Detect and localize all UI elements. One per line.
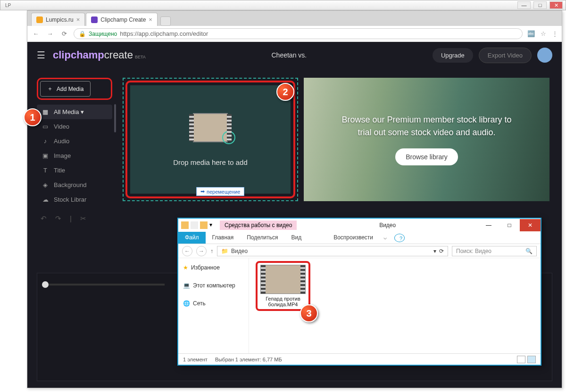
ribbon-context-label: Средства работы с видео bbox=[220, 220, 297, 230]
title-icon: T bbox=[42, 167, 49, 174]
nav-this-pc[interactable]: 💻Этот компьютер bbox=[181, 280, 246, 291]
view-switcher bbox=[517, 356, 536, 363]
menu-icon[interactable]: ⋮ bbox=[552, 30, 558, 37]
sidebar-item-image[interactable]: ▣Image bbox=[37, 148, 112, 163]
star-icon: ★ bbox=[183, 264, 188, 271]
breadcrumb[interactable]: 📁 Видео ▾ ⟳ bbox=[217, 246, 448, 256]
nav-network[interactable]: 🌐Сеть bbox=[181, 298, 246, 309]
sidebar-item-stock[interactable]: ☁Stock Librar bbox=[37, 192, 112, 207]
browser-tab-lumpics[interactable]: Lumpics.ru × bbox=[31, 13, 85, 26]
folder-icon[interactable] bbox=[181, 221, 189, 229]
reload-button[interactable]: ⟳ bbox=[59, 30, 69, 37]
view-details-button[interactable] bbox=[517, 356, 525, 363]
chevron-down-icon[interactable]: ▾ bbox=[433, 248, 436, 254]
sidebar-item-audio[interactable]: ♪Audio bbox=[37, 134, 112, 148]
slider-knob[interactable] bbox=[42, 281, 49, 288]
refresh-icon[interactable]: ⟳ bbox=[439, 248, 444, 254]
view-icons-button[interactable] bbox=[527, 356, 536, 363]
explorer-back-button[interactable]: ← bbox=[182, 246, 192, 256]
logo-part-2: create bbox=[104, 49, 133, 61]
file-item[interactable]: Гепард против болида.MP4 bbox=[259, 265, 307, 307]
url-field[interactable]: 🔒 Защищено https://app.clipchamp.com/edi… bbox=[74, 28, 523, 39]
network-icon: 🌐 bbox=[183, 300, 190, 307]
tab-close-icon[interactable]: × bbox=[76, 16, 80, 23]
favicon bbox=[91, 16, 98, 23]
explorer-title: Видео bbox=[297, 222, 478, 229]
background-icon: ◈ bbox=[42, 181, 49, 188]
explorer-up-button[interactable]: ↑ bbox=[210, 248, 213, 254]
undo-icon[interactable]: ↶ bbox=[41, 214, 47, 223]
ribbon-tab-file[interactable]: Файл bbox=[178, 232, 206, 244]
user-avatar[interactable] bbox=[537, 48, 552, 63]
help-icon[interactable]: ? bbox=[394, 234, 405, 242]
sidebar-item-all-media[interactable]: ▦All Media ▾ bbox=[37, 105, 112, 119]
explorer-maximize-button[interactable]: □ bbox=[499, 219, 520, 231]
sidebar-item-background[interactable]: ◈Background bbox=[37, 178, 112, 192]
add-media-highlight: ＋ Add Media bbox=[37, 78, 112, 100]
ribbon-tab-home[interactable]: Главная bbox=[206, 232, 241, 244]
os-close-button[interactable]: ✕ bbox=[549, 1, 563, 9]
forward-button[interactable]: → bbox=[45, 30, 55, 37]
add-media-button[interactable]: ＋ Add Media bbox=[40, 81, 91, 97]
ribbon-collapse-icon[interactable]: ⌵ bbox=[380, 232, 391, 244]
nav-favorites[interactable]: ★Избранное bbox=[181, 262, 246, 273]
redo-icon[interactable]: ↷ bbox=[55, 214, 61, 223]
sidebar-scrollbar[interactable] bbox=[114, 104, 116, 132]
back-button[interactable]: ← bbox=[31, 30, 41, 37]
hamburger-icon[interactable]: ☰ bbox=[37, 49, 45, 61]
browse-library-button[interactable]: Browse library bbox=[395, 148, 458, 165]
explorer-close-button[interactable]: ✕ bbox=[520, 219, 541, 231]
zoom-slider[interactable] bbox=[42, 284, 165, 286]
nav-label: Этот компьютер bbox=[193, 282, 235, 289]
sidebar-label: Title bbox=[54, 167, 65, 174]
app-header: ☰ clipchamp create BETA Cheetan vs. Upgr… bbox=[27, 42, 562, 68]
explorer-body: ★Избранное 💻Этот компьютер 🌐Сеть Гепард … bbox=[178, 258, 541, 353]
sidebar-label: All Media ▾ bbox=[54, 108, 84, 115]
plus-circle-icon: + bbox=[222, 131, 235, 144]
dropzone[interactable]: + Drop media here to add bbox=[130, 85, 291, 194]
upgrade-button[interactable]: Upgrade bbox=[433, 48, 473, 63]
explorer-content[interactable]: Гепард против болида.MP4 bbox=[249, 258, 541, 353]
star-icon[interactable]: ☆ bbox=[541, 30, 546, 37]
header-actions: Upgrade Export Video bbox=[433, 48, 552, 63]
sidebar-label: Video bbox=[54, 123, 69, 130]
chevron-down-icon[interactable]: ▾ bbox=[209, 221, 217, 229]
new-tab-button[interactable] bbox=[160, 16, 171, 26]
ribbon-tab-play[interactable]: Воспроизвести bbox=[327, 232, 380, 244]
os-titlebar: LP — □ ✕ bbox=[0, 0, 566, 10]
properties-icon[interactable] bbox=[191, 221, 198, 229]
dropzone-text: Drop media here to add bbox=[173, 158, 248, 166]
explorer-search-input[interactable]: Поиск: Видео 🔍 bbox=[452, 246, 537, 256]
export-video-button[interactable]: Export Video bbox=[479, 48, 532, 63]
sidebar-item-title[interactable]: TTitle bbox=[37, 163, 112, 178]
os-minimize-button[interactable]: — bbox=[517, 1, 531, 9]
app-logo: clipchamp create BETA bbox=[53, 49, 146, 61]
translate-icon[interactable]: 🔤 bbox=[527, 30, 535, 37]
browser-tab-clipchamp[interactable]: Clipchamp Create × bbox=[86, 13, 158, 26]
quick-access-toolbar: ▾ bbox=[178, 221, 220, 229]
ribbon-tab-view[interactable]: Вид bbox=[284, 232, 308, 244]
computer-icon: 💻 bbox=[183, 282, 190, 289]
new-folder-icon[interactable] bbox=[200, 221, 208, 229]
file-name: Гепард против болида.MP4 bbox=[259, 296, 307, 307]
explorer-minimize-button[interactable]: — bbox=[478, 219, 499, 231]
audio-icon: ♪ bbox=[42, 138, 49, 145]
os-maximize-button[interactable]: □ bbox=[533, 1, 547, 9]
premium-text-2: trial out some stock video and audio. bbox=[341, 126, 511, 139]
dropzone-area[interactable]: + Drop media here to add bbox=[123, 78, 298, 201]
drag-tooltip-label: перемещение bbox=[207, 189, 240, 195]
project-title[interactable]: Cheetan vs. bbox=[146, 51, 433, 59]
scissors-icon[interactable]: ✂ bbox=[80, 214, 86, 223]
breadcrumb-text: Видео bbox=[231, 248, 248, 254]
explorer-nav-pane: ★Избранное 💻Этот компьютер 🌐Сеть bbox=[178, 258, 249, 353]
cloud-icon: ☁ bbox=[42, 196, 49, 203]
tab-close-icon[interactable]: × bbox=[149, 16, 152, 23]
sidebar-item-video[interactable]: ▭Video bbox=[37, 119, 112, 134]
address-bar: ← → ⟳ 🔒 Защищено https://app.clipchamp.c… bbox=[27, 26, 562, 42]
explorer-forward-button[interactable]: → bbox=[196, 246, 207, 256]
ribbon-tab-share[interactable]: Поделиться bbox=[240, 232, 284, 244]
callout-2: 2 bbox=[276, 83, 294, 101]
premium-text-1: Browse our Premium member stock library … bbox=[341, 114, 511, 126]
lp-badge: LP bbox=[3, 3, 11, 8]
status-count: 1 элемент bbox=[183, 357, 208, 362]
